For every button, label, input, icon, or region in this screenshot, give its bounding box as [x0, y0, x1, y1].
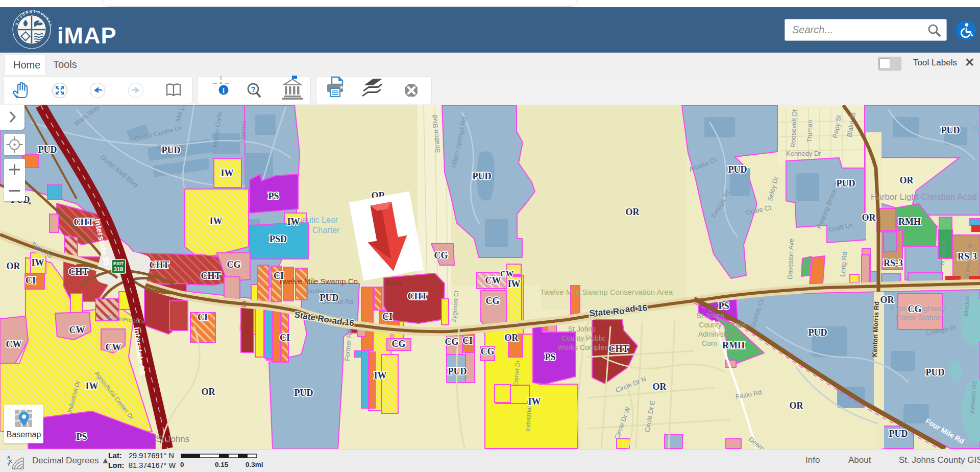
svg-text:OR: OR [653, 382, 667, 392]
svg-text:Harbor Light Christian Acad: Harbor Light Christian Acad [871, 192, 977, 202]
svg-text:CI: CI [274, 271, 284, 281]
svg-text:County Utilities: County Utilities [699, 321, 746, 329]
svg-text:County Public: County Public [561, 334, 605, 342]
svg-text:OR: OR [862, 213, 876, 223]
svg-text:Twelve Mile Swamp Conservation: Twelve Mile Swamp Conservation Area [540, 288, 673, 296]
svg-text:IW: IW [31, 257, 44, 268]
svg-text:Com: Com [702, 339, 717, 347]
svg-text:EXIT: EXIT [113, 261, 124, 266]
svg-text:Daveston Ave: Daveston Ave [786, 239, 795, 279]
svg-text:CI: CI [382, 312, 393, 322]
svg-text:PS: PS [268, 191, 279, 201]
svg-text:OR: OR [790, 400, 804, 411]
svg-text:PUD: PUD [889, 429, 908, 439]
svg-text:0.15: 0.15 [215, 461, 229, 468]
svg-text:Area: Area [385, 278, 403, 287]
svg-text:CG: CG [908, 304, 922, 314]
svg-text:CG: CG [445, 337, 459, 347]
svg-text:OR: OR [7, 261, 21, 271]
svg-text:IW: IW [528, 396, 541, 407]
svg-text:Truman: Truman [805, 120, 814, 143]
svg-text:T: T [16, 18, 20, 22]
svg-text:IW: IW [507, 279, 520, 289]
svg-text:PUD: PUD [448, 366, 467, 376]
svg-text:CI: CI [280, 333, 290, 343]
svg-text:PUD: PUD [38, 145, 57, 155]
svg-text:C: C [37, 10, 40, 14]
svg-text:Kennedy Dr: Kennedy Dr [786, 150, 821, 157]
svg-text:CG: CG [481, 346, 495, 357]
svg-text:PUD: PUD [320, 293, 339, 303]
svg-text:OR: OR [202, 387, 216, 397]
svg-text:O: O [21, 12, 26, 17]
svg-text:PUD: PUD [295, 388, 313, 398]
svg-text:PS: PS [545, 352, 555, 362]
svg-text:PUD: PUD [941, 125, 960, 135]
svg-text:CW: CW [69, 325, 85, 335]
svg-text:IW: IW [287, 217, 300, 227]
svg-text:PUD: PUD [808, 327, 827, 338]
svg-text:X: X [7, 455, 10, 460]
svg-text:ad 16: ad 16 [625, 303, 648, 314]
svg-text:PSD: PSD [270, 234, 287, 244]
svg-text:PUD: PUD [728, 164, 747, 175]
svg-text:Administration: Administration [698, 330, 744, 338]
svg-text:IW: IW [85, 381, 98, 391]
svg-text:OR: OR [880, 295, 895, 305]
svg-text:RMH: RMH [898, 217, 921, 227]
svg-text:CW: CW [485, 275, 501, 286]
svg-text:CHT: CHT [74, 217, 93, 227]
svg-text:RS-3: RS-3 [958, 251, 977, 262]
svg-text:i: i [223, 87, 225, 95]
svg-text:IW: IW [220, 168, 233, 178]
svg-text:0.3mi: 0.3mi [246, 461, 263, 468]
svg-text:CI: CI [198, 312, 208, 322]
svg-text:Charter: Charter [312, 226, 340, 234]
svg-text:OR: OR [900, 175, 914, 185]
svg-text:First Coa: First Coa [973, 126, 980, 134]
svg-text:IW: IW [209, 216, 222, 226]
svg-text:S: S [15, 22, 19, 26]
svg-text:CG: CG [227, 259, 241, 270]
svg-text:St Johns: St Johns [568, 325, 596, 333]
svg-text:St Johns: St Johns [697, 312, 724, 320]
svg-text:CG: CG [434, 250, 448, 261]
svg-text:PS: PS [76, 432, 87, 442]
svg-text:CHT: CHT [201, 271, 220, 281]
svg-text:RS-3: RS-3 [884, 258, 903, 268]
svg-text:CW: CW [6, 339, 22, 349]
svg-text:PUD: PUD [837, 178, 855, 188]
svg-text:CHT: CHT [407, 291, 427, 301]
svg-text:CHT: CHT [608, 344, 628, 354]
svg-text:0: 0 [180, 461, 184, 468]
svg-text:OR: OR [505, 333, 519, 343]
svg-text:CW: CW [500, 270, 513, 278]
svg-text:CW: CW [106, 342, 121, 352]
svg-text:CI: CI [462, 336, 473, 346]
svg-text:Works Complex: Works Complex [558, 343, 608, 351]
svg-text:CHT: CHT [68, 267, 88, 277]
svg-text:Roosevelt Dr: Roosevelt Dr [789, 109, 798, 148]
svg-text:N: N [29, 10, 32, 13]
svg-text:Patrol Station: Patrol Station [896, 313, 942, 322]
svg-text:CHT: CHT [149, 260, 169, 270]
svg-text:PUD: PUD [162, 145, 181, 155]
svg-text:CG: CG [392, 339, 406, 349]
svg-text:PS: PS [718, 301, 729, 311]
svg-text:S: S [33, 10, 36, 13]
svg-text:?: ? [251, 85, 255, 93]
svg-text:peutic Lear: peutic Lear [298, 216, 338, 224]
svg-text:318: 318 [114, 266, 123, 272]
svg-text:Twelve Mile Swamp Co: Twelve Mile Swamp Co [278, 277, 358, 286]
svg-text:RMH: RMH [722, 340, 745, 350]
svg-text:PUD: PUD [926, 367, 945, 377]
svg-text:St Johns: St Johns [156, 434, 189, 444]
svg-text:CI: CI [26, 275, 36, 286]
svg-text:IW: IW [374, 370, 386, 381]
svg-text:CG: CG [486, 296, 500, 306]
svg-text:OR: OR [626, 207, 640, 217]
svg-text:PUD: PUD [473, 171, 492, 181]
